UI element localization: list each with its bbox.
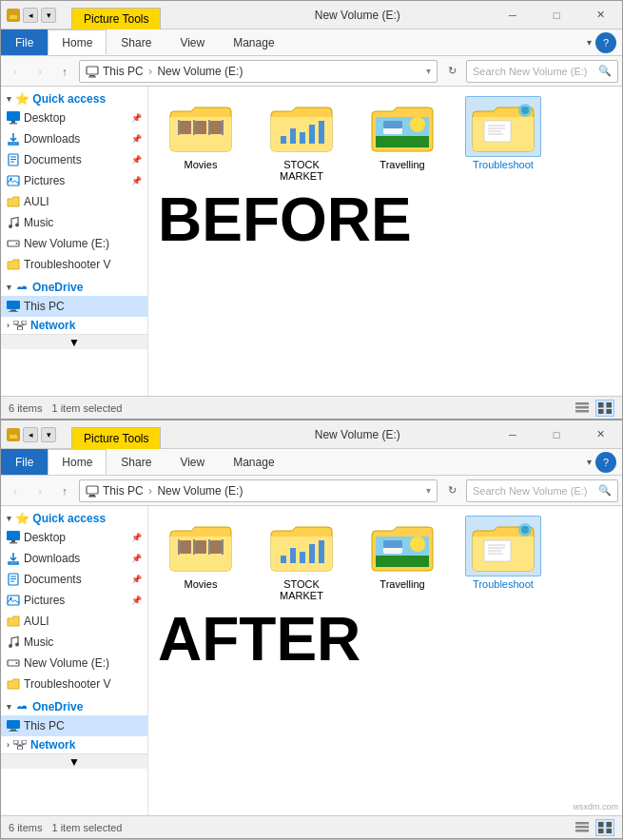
quickaccess-label-after: ⭐ Quick access (15, 512, 106, 525)
picture-tools-tab-after[interactable]: Picture Tools (71, 427, 161, 449)
refresh-btn-after[interactable]: ↻ (441, 480, 462, 501)
file-tab-before[interactable]: File (1, 29, 48, 55)
sidebar-item-newvolume-before[interactable]: New Volume (E:) (1, 233, 147, 254)
view-tab-after[interactable]: View (165, 449, 219, 475)
folder-travelling-after[interactable]: Travelling (360, 516, 445, 601)
sidebar-item-newvolume-after[interactable]: New Volume (E:) (1, 653, 147, 674)
customize-btn[interactable]: ▾ (41, 8, 56, 23)
ribbon-chevron-before[interactable]: ▾ (583, 37, 595, 48)
desktop-label-after: Desktop (24, 531, 66, 544)
folder-icon-troubleshoot-after (465, 516, 541, 576)
details-view-btn-after[interactable] (573, 819, 592, 836)
svg-rect-77 (10, 730, 16, 732)
address-bar-before[interactable]: This PC › New Volume (E:) ▾ (79, 60, 438, 83)
customize-btn-after[interactable]: ▾ (41, 427, 56, 442)
svg-rect-57 (607, 409, 613, 414)
back-btn-after[interactable]: ‹ (5, 480, 26, 501)
large-icon-view-btn-before[interactable] (595, 400, 614, 417)
status-bar-after: 6 items 1 item selected wsxdm.com (1, 815, 622, 838)
home-tab-after[interactable]: Home (48, 449, 107, 475)
share-tab-before[interactable]: Share (107, 29, 165, 55)
up-btn-before[interactable]: ↑ (54, 61, 75, 82)
sidebar-scroll-down-after[interactable]: ▼ (1, 753, 147, 769)
back-btn-before[interactable]: ‹ (5, 61, 26, 82)
folder-stockmarket-after[interactable]: STOCK MARKET (259, 516, 344, 601)
help-btn-after[interactable]: ? (595, 452, 616, 473)
sidebar-section-network-after[interactable]: › Network (1, 736, 147, 753)
search-box-after[interactable]: Search New Volume (E:) 🔍 (466, 479, 618, 502)
forward-btn-after[interactable]: › (29, 480, 50, 501)
svg-rect-86 (195, 540, 206, 554)
sidebar-section-onedrive-after[interactable]: ▾ OneDrive (1, 698, 147, 715)
minimize-btn-after[interactable]: ─ (491, 420, 535, 449)
sidebar-item-auli-after[interactable]: AULI (1, 611, 147, 632)
sidebar-item-pictures-after[interactable]: Pictures 📌 (1, 590, 147, 611)
sidebar-item-auli-before[interactable]: AULI (1, 191, 147, 212)
sidebar-item-documents-before[interactable]: Documents 📌 (1, 149, 147, 170)
sidebar-item-thispc-before[interactable]: This PC (1, 296, 147, 317)
sidebar-section-network-before[interactable]: › Network (1, 317, 147, 334)
svg-rect-63 (7, 531, 20, 540)
refresh-btn-before[interactable]: ↻ (441, 61, 462, 82)
folder-movies-after[interactable]: Movies (158, 516, 243, 601)
sidebar-item-downloads-before[interactable]: Downloads 📌 (1, 128, 147, 149)
quick-access-btn-after[interactable]: ◂ (23, 427, 38, 442)
onedrive-arrow: ▾ (7, 283, 11, 292)
sidebar-item-documents-after[interactable]: Documents 📌 (1, 569, 147, 590)
folder-troubleshoot-after[interactable]: Troubleshoot (460, 516, 546, 601)
details-view-btn-before[interactable] (573, 400, 592, 417)
sidebar-item-music-after[interactable]: Music (1, 632, 147, 653)
sidebar-item-music-before[interactable]: Music (1, 212, 147, 233)
minimize-btn-before[interactable]: ─ (491, 1, 535, 29)
help-btn-before[interactable]: ? (595, 32, 616, 53)
close-btn-after[interactable]: ✕ (578, 420, 622, 449)
sidebar-item-desktop-after[interactable]: Desktop 📌 (1, 527, 147, 548)
folder-travelling-before[interactable]: Travelling (360, 96, 445, 182)
sidebar-item-pictures-before[interactable]: Pictures 📌 (1, 170, 147, 191)
up-btn-after[interactable]: ↑ (54, 480, 75, 501)
sidebar-section-onedrive-before[interactable]: ▾ OneDrive (1, 279, 147, 296)
watermark: wsxdm.com (573, 802, 618, 811)
manage-tab-before[interactable]: Manage (219, 29, 288, 55)
address-bar-after[interactable]: This PC › New Volume (E:) ▾ (79, 479, 438, 502)
search-box-before[interactable]: Search New Volume (E:) 🔍 (466, 60, 618, 83)
svg-rect-113 (607, 822, 613, 828)
large-icon-view-btn-after[interactable] (595, 819, 614, 836)
quick-access-btn[interactable]: ◂ (23, 8, 38, 23)
sidebar-item-troubleshooter-before[interactable]: Troubleshooter V (1, 254, 147, 275)
close-btn-before[interactable]: ✕ (578, 1, 622, 29)
svg-rect-65 (10, 542, 17, 544)
sidebar-section-quickaccess-before[interactable]: ▾ ⭐ Quick access (1, 90, 147, 107)
folder-svg-stockmarket (267, 100, 336, 153)
view-tab-before[interactable]: View (165, 29, 219, 55)
title-bar-left: ◂ ▾ (1, 1, 62, 29)
forward-btn-before[interactable]: › (29, 61, 50, 82)
sidebar-item-desktop-before[interactable]: Desktop 📌 (1, 107, 147, 128)
folders-grid-before: Movies ST (158, 96, 613, 182)
address-dropdown[interactable]: ▾ (426, 66, 431, 76)
documents-label-after: Documents (24, 573, 82, 586)
ribbon-chevron-after[interactable]: ▾ (583, 457, 595, 467)
folder-movies-before[interactable]: Movies (158, 96, 243, 182)
ribbon-after: File Home Share View Manage ▾ ? (1, 449, 622, 476)
sidebar-item-thispc-after[interactable]: This PC (1, 715, 147, 736)
svg-rect-76 (7, 720, 20, 729)
folder-troubleshoot-before[interactable]: Troubleshoot (460, 96, 546, 182)
downloads-label-after: Downloads (24, 552, 80, 565)
manage-tab-after[interactable]: Manage (219, 449, 288, 475)
sidebar-section-quickaccess-after[interactable]: ▾ ⭐ Quick access (1, 510, 147, 527)
sidebar-scroll-down[interactable]: ▼ (1, 334, 147, 349)
folder-svg-movies-after (166, 519, 235, 573)
maximize-btn-after[interactable]: □ (535, 420, 578, 449)
share-tab-after[interactable]: Share (107, 449, 165, 475)
sidebar-item-troubleshooter-after[interactable]: Troubleshooter V (1, 674, 147, 694)
sidebar-item-downloads-after[interactable]: Downloads 📌 (1, 548, 147, 569)
window-controls-after: ─ □ ✕ (491, 420, 622, 448)
address-dropdown-after[interactable]: ▾ (426, 485, 431, 496)
home-tab-before[interactable]: Home (48, 29, 107, 55)
maximize-btn-before[interactable]: □ (535, 1, 578, 29)
downloads-icon-after (7, 552, 20, 565)
picture-tools-tab-before[interactable]: Picture Tools (71, 8, 161, 29)
folder-stockmarket-before[interactable]: STOCK MARKET (259, 96, 344, 182)
file-tab-after[interactable]: File (1, 449, 48, 475)
